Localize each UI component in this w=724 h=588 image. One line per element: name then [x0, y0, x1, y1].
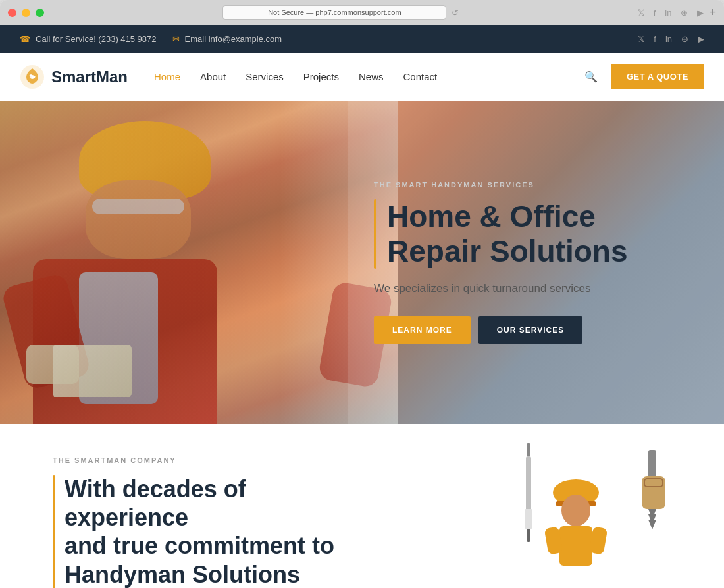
svg-marker-15 — [648, 520, 656, 529]
about-title-line3: Handyman Solutions — [65, 561, 300, 588]
top-bar: ☎ Call for Service! (233) 415 9872 ✉ Ema… — [0, 25, 724, 53]
hero-title: Home & Office Repair Solutions — [387, 199, 627, 269]
hero-buttons: LEARN MORE OUR SERVICES — [374, 316, 685, 344]
about-title-line1: With decades of experience — [65, 476, 246, 531]
about-title-wrapper: With decades of experience and true comm… — [53, 475, 342, 588]
phone-item: ☎ Call for Service! (233) 415 9872 — [20, 34, 157, 44]
email-item: ✉ Email info@example.com — [172, 34, 282, 44]
nav-news[interactable]: News — [359, 71, 384, 82]
phone-label: Call for Service! (233) 415 9872 — [36, 34, 157, 44]
nav-home[interactable]: Home — [154, 71, 180, 82]
email-icon: ✉ — [172, 34, 180, 44]
close-dot[interactable] — [8, 9, 16, 17]
hero-title-wrapper: Home & Office Repair Solutions — [374, 199, 685, 269]
about-label: THE SMARTMAN COMPANY — [53, 456, 342, 464]
logo[interactable]: SmartMan — [20, 64, 128, 89]
svg-rect-2 — [527, 443, 530, 456]
youtube-browser-icon: ▶ — [697, 8, 704, 18]
facebook-icon[interactable]: f — [654, 34, 656, 44]
browser-window: Not Secure — php7.commonsupport.com ↺ 𝕏 … — [0, 0, 724, 588]
saw-illustration — [629, 450, 678, 535]
svg-rect-5 — [527, 529, 530, 542]
about-title-line2: and true commitment to — [65, 532, 334, 559]
globe-icon[interactable]: ⊕ — [681, 34, 688, 44]
facebook-browser-icon: f — [654, 8, 656, 18]
nav-projects[interactable]: Projects — [303, 71, 339, 82]
svg-rect-16 — [642, 476, 665, 509]
hero-description: We specializes in quick turnaround servi… — [374, 282, 685, 295]
svg-point-1 — [30, 75, 34, 79]
globe-browser-icon: ⊕ — [681, 8, 688, 18]
about-right — [382, 456, 671, 562]
our-services-button[interactable]: OUR SERVICES — [478, 316, 582, 344]
hero-subtitle: THE SMART HANDYMAN SERVICES — [374, 181, 685, 189]
twitter-icon[interactable]: 𝕏 — [638, 34, 644, 44]
browser-toolbar-right: 𝕏 f in ⊕ ▶ — [638, 8, 704, 18]
logo-text: SmartMan — [51, 68, 128, 86]
logo-icon — [20, 64, 45, 89]
nav-services[interactable]: Services — [246, 71, 284, 82]
hero-title-line1: Home & Office — [387, 199, 596, 233]
minimize-dot[interactable] — [22, 9, 30, 17]
address-bar[interactable]: Not Secure — php7.commonsupport.com — [222, 5, 446, 20]
about-section: THE SMARTMAN COMPANY With decades of exp… — [0, 424, 724, 588]
website-content: ☎ Call for Service! (233) 415 9872 ✉ Ema… — [0, 25, 724, 588]
main-nav: SmartMan Home About Services Projects Ne… — [0, 53, 724, 101]
address-bar-container: Not Secure — php7.commonsupport.com ↺ — [49, 5, 633, 20]
maximize-dot[interactable] — [36, 9, 44, 17]
reload-icon[interactable]: ↺ — [452, 8, 459, 18]
nav-links: Home About Services Projects News Contac… — [154, 71, 584, 82]
worker-illustration — [540, 470, 612, 581]
hero-worker-area — [0, 101, 398, 424]
hero-title-line2: Repair Solutions — [387, 234, 627, 268]
search-icon[interactable]: 🔍 — [584, 70, 598, 83]
linkedin-icon[interactable]: in — [665, 34, 672, 44]
top-bar-left: ☎ Call for Service! (233) 415 9872 ✉ Ema… — [0, 25, 355, 53]
hero-section: THE SMART HANDYMAN SERVICES Home & Offic… — [0, 101, 724, 424]
hero-title-accent-bar — [374, 199, 376, 269]
svg-rect-4 — [525, 509, 532, 529]
nav-contact[interactable]: Contact — [403, 71, 437, 82]
screwdriver-illustration — [517, 443, 540, 542]
svg-rect-9 — [559, 526, 592, 566]
top-bar-right: 𝕏 f in ⊕ ▶ — [355, 34, 724, 44]
get-quote-button[interactable]: GET A QUOTE — [611, 64, 704, 89]
email-label: Email info@example.com — [185, 34, 282, 44]
linkedin-browser-icon: in — [665, 8, 671, 18]
browser-titlebar: Not Secure — php7.commonsupport.com ↺ 𝕏 … — [0, 0, 724, 25]
svg-point-8 — [561, 495, 590, 526]
nav-right: 🔍 GET A QUOTE — [584, 64, 704, 89]
youtube-icon[interactable]: ▶ — [698, 34, 704, 44]
hero-content: THE SMART HANDYMAN SERVICES Home & Offic… — [348, 101, 724, 424]
nav-about[interactable]: About — [200, 71, 226, 82]
about-title: With decades of experience and true comm… — [65, 475, 342, 588]
about-left: THE SMARTMAN COMPANY With decades of exp… — [53, 456, 342, 588]
twitter-browser-icon: 𝕏 — [638, 8, 644, 18]
new-tab-icon[interactable]: + — [709, 6, 716, 20]
about-accent-bar — [53, 475, 55, 588]
phone-icon: ☎ — [20, 34, 30, 44]
learn-more-button[interactable]: LEARN MORE — [374, 316, 471, 344]
